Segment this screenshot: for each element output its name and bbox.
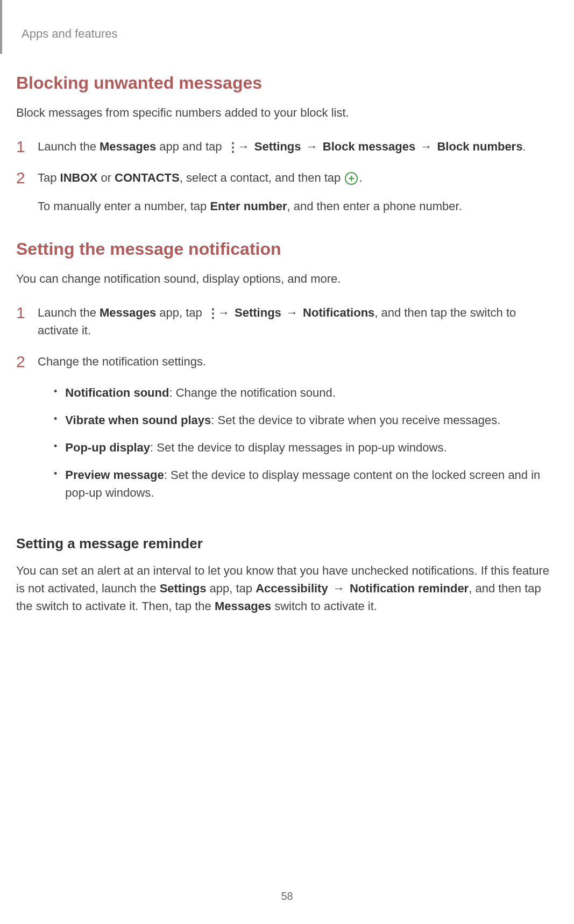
bullet-rest: : Set the device to display messages in …: [150, 441, 447, 454]
section3-text: You can set an alert at an interval to l…: [16, 562, 558, 615]
more-icon: [226, 141, 235, 153]
text: Change the notification settings.: [38, 355, 206, 368]
bullet-bold: Vibrate when sound plays: [65, 413, 211, 427]
bullet-item: • Preview message: Set the device to dis…: [38, 466, 558, 502]
arrow-icon: →: [420, 140, 432, 153]
text: Launch the: [38, 306, 100, 319]
bullet-content: Pop-up display: Set the device to displa…: [65, 439, 558, 456]
bold-inbox: INBOX: [60, 171, 98, 184]
text: To manually enter a number, tap: [38, 199, 210, 213]
step-number: 2: [16, 169, 30, 187]
text: switch to activate it.: [271, 599, 377, 613]
text: .: [522, 140, 526, 153]
page-header: Apps and features: [22, 27, 558, 41]
bullet-bold: Preview message: [65, 468, 164, 482]
bullet-rest: : Change the notification sound.: [169, 386, 335, 399]
section-heading-blocking: Blocking unwanted messages: [16, 73, 558, 93]
text: , select a contact, and then tap: [180, 171, 344, 184]
bullet-bold: Pop-up display: [65, 441, 150, 454]
step-2: 2 Change the notification settings. • No…: [16, 353, 558, 511]
bullet-list: • Notification sound: Change the notific…: [38, 384, 558, 502]
bullet-content: Preview message: Set the device to displ…: [65, 466, 558, 502]
more-icon: [207, 307, 215, 319]
plus-icon: [345, 172, 358, 185]
step-1: 1 Launch the Messages app and tap → Sett…: [16, 138, 558, 155]
section1-intro: Block messages from specific numbers add…: [16, 104, 558, 121]
section-heading-notification: Setting the message notification: [16, 239, 558, 259]
bold-accessibility: Accessibility: [256, 582, 328, 595]
section2-steps: 1 Launch the Messages app, tap → Setting…: [16, 304, 558, 511]
step-number: 1: [16, 138, 30, 155]
bullet-content: Notification sound: Change the notificat…: [65, 384, 558, 402]
arrow-icon: →: [333, 582, 345, 595]
step-content: Change the notification settings. • Noti…: [38, 353, 558, 511]
bold-messages: Messages: [215, 599, 271, 613]
text: app, tap: [156, 306, 205, 319]
bold-notification-reminder: Notification reminder: [350, 582, 469, 595]
step-content: Tap INBOX or CONTACTS, select a contact,…: [38, 169, 558, 215]
bold-block-messages: Block messages: [323, 140, 415, 153]
bullet-rest: : Set the device to vibrate when you rec…: [211, 413, 500, 427]
text: , and then enter a phone number.: [287, 199, 462, 213]
step-number: 2: [16, 353, 30, 370]
bold-notifications: Notifications: [303, 306, 374, 319]
text: Launch the: [38, 140, 100, 153]
arrow-icon: →: [306, 140, 318, 153]
bullet-item: • Notification sound: Change the notific…: [38, 384, 558, 402]
step-2: 2 Tap INBOX or CONTACTS, select a contac…: [16, 169, 558, 215]
text: app, tap: [206, 582, 256, 595]
side-accent-bar: [0, 0, 2, 54]
bold-messages: Messages: [100, 306, 156, 319]
bullet-item: • Vibrate when sound plays: Set the devi…: [38, 411, 558, 429]
bullet-content: Vibrate when sound plays: Set the device…: [65, 411, 558, 429]
step-sub-text: To manually enter a number, tap Enter nu…: [38, 197, 558, 215]
bullet-item: • Pop-up display: Set the device to disp…: [38, 439, 558, 456]
section2-intro: You can change notification sound, displ…: [16, 270, 558, 288]
step-1: 1 Launch the Messages app, tap → Setting…: [16, 304, 558, 339]
sub-heading-reminder: Setting a message reminder: [16, 535, 558, 552]
text: Tap: [38, 171, 60, 184]
bold-block-numbers: Block numbers: [437, 140, 522, 153]
bullet-marker: •: [54, 466, 57, 482]
section1-steps: 1 Launch the Messages app and tap → Sett…: [16, 138, 558, 215]
step-content: Launch the Messages app and tap → Settin…: [38, 138, 558, 155]
bold-enter-number: Enter number: [210, 199, 287, 213]
bold-messages: Messages: [100, 140, 156, 153]
arrow-icon: →: [286, 306, 298, 319]
bold-settings: Settings: [160, 582, 207, 595]
bullet-marker: •: [54, 411, 57, 427]
text: app and tap: [156, 140, 225, 153]
bullet-marker: •: [54, 439, 57, 454]
step-number: 1: [16, 304, 30, 321]
arrow-icon: →: [238, 140, 250, 153]
bullet-marker: •: [54, 384, 57, 399]
text: or: [97, 171, 115, 184]
arrow-icon: →: [218, 306, 230, 319]
bold-settings: Settings: [235, 306, 281, 319]
text: .: [359, 171, 362, 184]
page-number: 58: [281, 890, 293, 902]
bullet-bold: Notification sound: [65, 386, 169, 399]
bold-settings: Settings: [254, 140, 301, 153]
step-content: Launch the Messages app, tap → Settings …: [38, 304, 558, 339]
bold-contacts: CONTACTS: [115, 171, 180, 184]
